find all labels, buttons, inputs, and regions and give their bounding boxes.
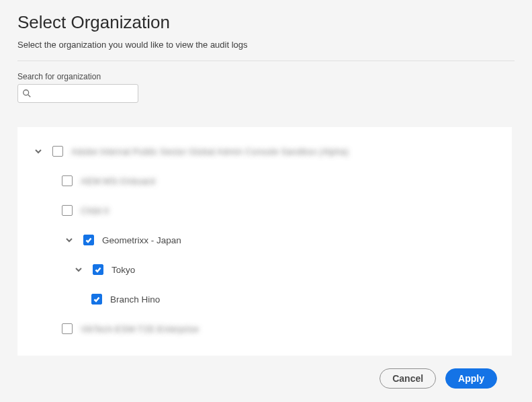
dialog-footer: Cancel Apply: [17, 358, 515, 402]
org-row[interactable]: Geometrixx - Japan: [24, 225, 505, 255]
org-row[interactable]: Adobe Internal Public Sector Global Admi…: [24, 136, 505, 166]
org-label: Geometrixx - Japan: [102, 235, 181, 245]
search-label: Search for organization: [17, 72, 512, 81]
dialog-title: Select Organization: [17, 12, 515, 33]
org-checkbox[interactable]: [62, 323, 73, 334]
org-row[interactable]: Child 0: [24, 196, 505, 225]
org-checkbox[interactable]: [91, 294, 102, 305]
org-label: VikTech-ESM-T2E-Enterprise: [81, 324, 199, 334]
org-label: Branch Hino: [110, 294, 160, 305]
org-label: Child 0: [81, 206, 109, 216]
svg-line-1: [28, 95, 30, 97]
search-input-wrapper[interactable]: [17, 84, 138, 103]
apply-button[interactable]: Apply: [445, 368, 497, 389]
org-checkbox[interactable]: [93, 264, 103, 275]
org-label: AEM-MS-Onboard: [81, 176, 155, 186]
org-checkbox[interactable]: [52, 146, 63, 157]
org-row[interactable]: Branch Hino: [24, 284, 505, 314]
org-row[interactable]: AEM-MS-Onboard: [24, 166, 505, 196]
chevron-down-icon[interactable]: [71, 262, 86, 277]
org-row[interactable]: Tokyo: [24, 255, 505, 284]
scroll-area[interactable]: Search for organization Adobe Internal P…: [17, 72, 515, 358]
search-icon: [22, 89, 32, 98]
organization-tree: Adobe Internal Public Sector Global Admi…: [17, 127, 512, 356]
svg-point-0: [24, 90, 29, 95]
chevron-down-icon[interactable]: [62, 233, 77, 247]
org-label: Tokyo: [112, 265, 135, 275]
org-row[interactable]: VikTech-ESM-T2E-Enterprise: [24, 314, 505, 344]
search-input[interactable]: [32, 88, 147, 99]
divider: [17, 61, 515, 61]
cancel-button[interactable]: Cancel: [380, 368, 436, 389]
org-checkbox[interactable]: [62, 175, 73, 186]
select-organization-dialog: Select Organization Select the organizat…: [0, 0, 532, 402]
chevron-down-icon[interactable]: [31, 144, 46, 159]
org-checkbox[interactable]: [62, 205, 73, 216]
org-checkbox[interactable]: [83, 235, 94, 245]
dialog-subtitle: Select the organization you would like t…: [17, 40, 515, 50]
org-label: Adobe Internal Public Sector Global Admi…: [71, 147, 349, 157]
